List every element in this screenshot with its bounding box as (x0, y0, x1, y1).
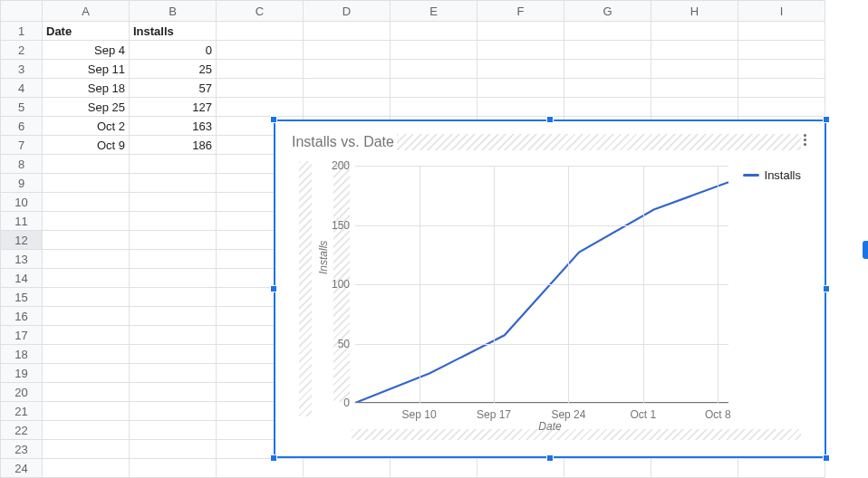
column-header-D[interactable]: D (304, 1, 391, 22)
cell-A12[interactable] (43, 231, 130, 250)
cell-F4[interactable] (477, 79, 564, 98)
cell-B23[interactable] (130, 440, 217, 459)
row-header-3[interactable]: 3 (1, 60, 43, 79)
cell-B16[interactable] (130, 307, 217, 326)
cell-G4[interactable] (564, 79, 651, 98)
cell-H3[interactable] (651, 60, 738, 79)
cell-B18[interactable] (130, 345, 217, 364)
cell-E5[interactable] (391, 98, 477, 117)
cell-A6[interactable]: Oct 2 (43, 117, 130, 136)
cell-F5[interactable] (477, 98, 564, 117)
row-header-22[interactable]: 22 (1, 421, 43, 440)
resize-handle-tm[interactable] (546, 116, 554, 123)
row-header-1[interactable]: 1 (1, 22, 43, 41)
cell-B3[interactable]: 25 (130, 60, 217, 79)
cell-A2[interactable]: Sep 4 (43, 41, 130, 60)
cell-H1[interactable] (651, 22, 738, 41)
chart-legend[interactable]: Installs (743, 168, 801, 182)
row-header-2[interactable]: 2 (1, 41, 43, 60)
cell-D3[interactable] (304, 60, 391, 79)
chart-editable-region[interactable] (397, 134, 801, 150)
row-header-11[interactable]: 11 (1, 212, 43, 231)
cell-A3[interactable]: Sep 11 (43, 60, 130, 79)
cell-C2[interactable] (217, 41, 304, 60)
row-header-21[interactable]: 21 (1, 402, 43, 421)
cell-F1[interactable] (477, 22, 564, 41)
cell-D1[interactable] (304, 22, 391, 41)
cell-B9[interactable] (130, 174, 217, 193)
row-header-16[interactable]: 16 (1, 307, 43, 326)
cell-A8[interactable] (43, 155, 130, 174)
cell-G2[interactable] (564, 41, 651, 60)
row-header-19[interactable]: 19 (1, 364, 43, 383)
cell-A4[interactable]: Sep 18 (43, 79, 130, 98)
row-header-17[interactable]: 17 (1, 326, 43, 345)
cell-A20[interactable] (43, 383, 130, 402)
cell-I5[interactable] (738, 98, 825, 117)
row-header-18[interactable]: 18 (1, 345, 43, 364)
cell-A16[interactable] (43, 307, 130, 326)
cell-A14[interactable] (43, 269, 130, 288)
cell-B24[interactable] (130, 459, 217, 478)
column-header-C[interactable]: C (217, 1, 304, 22)
resize-handle-tl[interactable] (270, 116, 277, 123)
row-header-14[interactable]: 14 (1, 269, 43, 288)
cell-G24[interactable] (564, 459, 651, 478)
chart-title[interactable]: Installs vs. Date (292, 134, 394, 150)
row-header-12[interactable]: 12 (1, 231, 43, 250)
cell-B2[interactable]: 0 (130, 41, 217, 60)
cell-A21[interactable] (43, 402, 130, 421)
column-header-B[interactable]: B (130, 1, 217, 22)
cell-I2[interactable] (738, 41, 825, 60)
cell-A5[interactable]: Sep 25 (43, 98, 130, 117)
row-header-5[interactable]: 5 (1, 98, 43, 117)
cell-B8[interactable] (130, 155, 217, 174)
cell-A7[interactable]: Oct 9 (43, 136, 130, 155)
chart-editable-region[interactable] (352, 429, 801, 440)
cell-C3[interactable] (217, 60, 304, 79)
cell-I24[interactable] (738, 459, 825, 478)
cell-B19[interactable] (130, 364, 217, 383)
cell-D24[interactable] (304, 459, 391, 478)
cell-I4[interactable] (738, 79, 825, 98)
chart-y-axis-label[interactable]: Installs (317, 241, 330, 274)
row-header-9[interactable]: 9 (1, 174, 43, 193)
row-header-10[interactable]: 10 (1, 193, 43, 212)
row-header-8[interactable]: 8 (1, 155, 43, 174)
column-header-A[interactable]: A (43, 1, 130, 22)
column-header-G[interactable]: G (564, 1, 651, 22)
cell-A17[interactable] (43, 326, 130, 345)
cell-A22[interactable] (43, 421, 130, 440)
resize-handle-tr[interactable] (823, 116, 830, 123)
column-header-I[interactable]: I (738, 1, 825, 22)
cell-H24[interactable] (651, 459, 738, 478)
cell-A19[interactable] (43, 364, 130, 383)
column-header-H[interactable]: H (651, 1, 738, 22)
cell-F2[interactable] (477, 41, 564, 60)
cell-A24[interactable] (43, 459, 130, 478)
cell-B11[interactable] (130, 212, 217, 231)
cell-E3[interactable] (391, 60, 477, 79)
cell-A23[interactable] (43, 440, 130, 459)
cell-B22[interactable] (130, 421, 217, 440)
row-header-6[interactable]: 6 (1, 117, 43, 136)
resize-handle-ml[interactable] (270, 285, 277, 292)
cell-B13[interactable] (130, 250, 217, 269)
row-header-15[interactable]: 15 (1, 288, 43, 307)
cell-B6[interactable]: 163 (130, 117, 217, 136)
resize-handle-br[interactable] (823, 454, 830, 462)
cell-D2[interactable] (304, 41, 391, 60)
row-header-4[interactable]: 4 (1, 79, 43, 98)
cell-B7[interactable]: 186 (130, 136, 217, 155)
corner-cell[interactable] (1, 1, 43, 22)
row-header-23[interactable]: 23 (1, 440, 43, 459)
cell-B15[interactable] (130, 288, 217, 307)
cell-A1[interactable]: Date (43, 22, 130, 41)
row-header-24[interactable]: 24 (1, 459, 43, 478)
chart-canvas[interactable]: Installs vs. Date Installs 050100150200S… (279, 125, 821, 453)
cell-B21[interactable] (130, 402, 217, 421)
cell-G5[interactable] (564, 98, 651, 117)
cell-A18[interactable] (43, 345, 130, 364)
cell-B4[interactable]: 57 (130, 79, 217, 98)
cell-D5[interactable] (304, 98, 391, 117)
